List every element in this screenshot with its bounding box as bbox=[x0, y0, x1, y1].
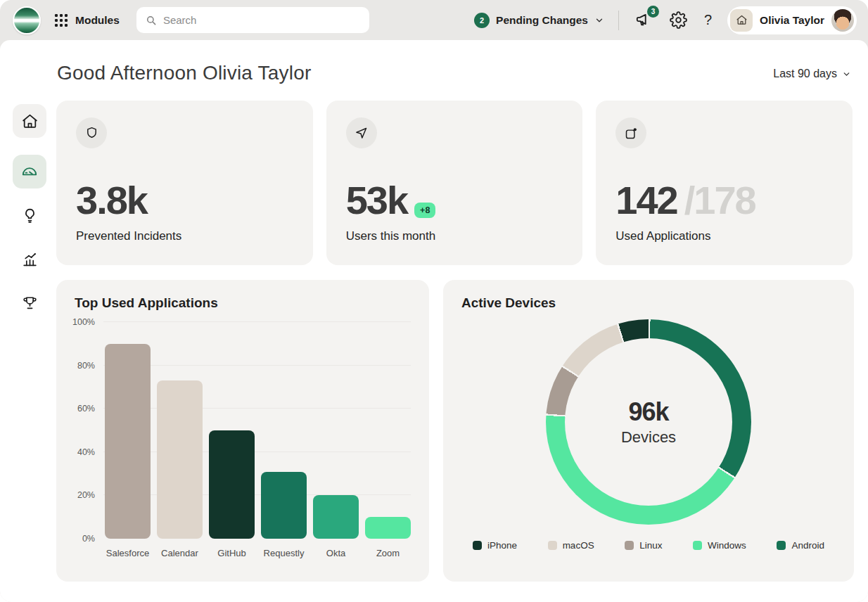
bar-okta bbox=[313, 495, 359, 539]
home-icon bbox=[21, 113, 39, 130]
grid-icon bbox=[53, 13, 69, 28]
sidebar-item-home[interactable] bbox=[13, 104, 46, 138]
bar-chart-categories: SalesforceCalendarGitHubRequestlyOktaZoo… bbox=[103, 548, 411, 558]
bar-chart-panel: Top Used Applications 100%80%60%40%20%0%… bbox=[56, 280, 429, 582]
bar-requestly bbox=[261, 472, 307, 539]
x-axis-label: Okta bbox=[313, 548, 359, 558]
x-axis-label: GitHub bbox=[209, 548, 255, 558]
gear-icon bbox=[670, 11, 687, 29]
legend-item-android: Android bbox=[777, 540, 824, 551]
bar-salesforce bbox=[105, 344, 151, 539]
main-content: Good Afternoon Olivia Taylor Last 90 day… bbox=[0, 40, 868, 602]
legend-item-linux: Linux bbox=[625, 540, 662, 551]
legend-item-macos: macOS bbox=[548, 540, 594, 551]
search-input[interactable] bbox=[163, 14, 361, 26]
y-axis-tick: 60% bbox=[77, 404, 95, 414]
pending-count-badge: 2 bbox=[474, 13, 490, 28]
chevron-down-icon bbox=[594, 15, 604, 25]
donut-chart-panel: Active Devices 96k Devices iPhonemacOSLi… bbox=[443, 280, 854, 582]
stat-value: 3.8k bbox=[76, 181, 147, 220]
sidebar-item-insights[interactable] bbox=[13, 198, 46, 232]
legend-label: iPhone bbox=[487, 540, 517, 551]
date-range-dropdown[interactable]: Last 90 days bbox=[773, 68, 851, 80]
sidebar-item-achievements[interactable] bbox=[13, 286, 46, 319]
stat-label: Prevented Incidents bbox=[76, 229, 181, 243]
donut-legend: iPhonemacOSLinuxWindowsAndroid bbox=[461, 540, 836, 551]
y-axis-tick: 40% bbox=[77, 447, 95, 457]
bar-chart-bars bbox=[103, 322, 411, 539]
y-axis-tick: 100% bbox=[72, 317, 95, 327]
legend-label: macOS bbox=[563, 540, 594, 551]
legend-label: Linux bbox=[639, 540, 662, 551]
x-axis-label: Requestly bbox=[261, 548, 307, 558]
stat-total: /178 bbox=[684, 181, 755, 220]
avatar bbox=[831, 9, 854, 32]
search-icon bbox=[145, 14, 158, 27]
stat-card-used-applications: 142/178 Used Applications bbox=[596, 101, 853, 265]
user-name: Olivia Taylor bbox=[760, 14, 824, 27]
announcements-button[interactable]: 3 bbox=[633, 10, 654, 31]
trend-chart-icon bbox=[21, 250, 39, 268]
help-button[interactable]: ? bbox=[703, 12, 713, 28]
stat-value: 53k bbox=[346, 181, 407, 220]
x-axis-label: Zoom bbox=[365, 548, 411, 558]
y-axis-tick: 0% bbox=[82, 534, 95, 544]
brand-logo[interactable] bbox=[13, 6, 41, 34]
legend-swatch bbox=[473, 541, 482, 550]
date-range-label: Last 90 days bbox=[773, 68, 837, 80]
legend-swatch bbox=[693, 541, 702, 550]
trophy-icon bbox=[21, 294, 39, 312]
donut-chart-title: Active Devices bbox=[461, 295, 836, 311]
legend-item-iphone: iPhone bbox=[473, 540, 517, 551]
bar-github bbox=[209, 430, 255, 539]
donut-chart: 96k Devices bbox=[546, 319, 751, 525]
charts-row: Top Used Applications 100%80%60%40%20%0%… bbox=[56, 280, 854, 582]
legend-label: Windows bbox=[708, 540, 746, 551]
legend-item-windows: Windows bbox=[693, 540, 746, 551]
modules-button[interactable]: Modules bbox=[53, 13, 120, 28]
user-menu[interactable]: Olivia Taylor bbox=[727, 6, 857, 34]
divider bbox=[618, 11, 619, 30]
bar-chart-title: Top Used Applications bbox=[75, 295, 411, 311]
notification-count-badge: 3 bbox=[647, 6, 659, 18]
topbar: Modules 2 Pending Changes bbox=[0, 0, 868, 40]
x-axis-label: Calendar bbox=[157, 548, 203, 558]
stat-card-users: 53k +8 Users this month bbox=[326, 101, 583, 265]
chevron-down-icon bbox=[842, 70, 851, 79]
pending-changes-label: Pending Changes bbox=[496, 14, 588, 27]
legend-swatch bbox=[625, 541, 634, 550]
pending-changes-dropdown[interactable]: 2 Pending Changes bbox=[474, 13, 604, 28]
y-axis-tick: 20% bbox=[77, 490, 95, 500]
legend-swatch bbox=[548, 541, 557, 550]
page-title: Good Afternoon Olivia Taylor bbox=[57, 62, 312, 84]
sidebar-item-dashboard[interactable] bbox=[13, 155, 46, 188]
legend-label: Android bbox=[791, 540, 824, 551]
settings-button[interactable] bbox=[668, 10, 689, 30]
donut-center-value: 96k bbox=[628, 397, 668, 427]
gauge-icon bbox=[20, 162, 39, 181]
org-home-icon bbox=[730, 9, 753, 32]
stat-value: 142 bbox=[615, 181, 677, 220]
y-axis-tick: 80% bbox=[77, 361, 95, 371]
stat-label: Used Applications bbox=[615, 229, 710, 243]
bar-chart-plot bbox=[103, 322, 411, 539]
legend-swatch bbox=[777, 541, 786, 550]
bar-zoom bbox=[365, 517, 411, 539]
stat-label: Users this month bbox=[346, 229, 436, 243]
sidebar-item-analytics[interactable] bbox=[13, 242, 46, 276]
delta-badge: +8 bbox=[414, 203, 435, 218]
send-icon bbox=[346, 117, 377, 148]
bar-calendar bbox=[157, 380, 203, 539]
app-window-icon bbox=[615, 117, 646, 148]
x-axis-label: Salesforce bbox=[105, 548, 151, 558]
modules-label: Modules bbox=[75, 14, 120, 27]
stat-card-prevented-incidents: 3.8k Prevented Incidents bbox=[56, 101, 313, 265]
sidebar bbox=[13, 104, 46, 329]
bar-chart-yaxis: 100%80%60%40%20%0% bbox=[75, 322, 96, 539]
app-window: Modules 2 Pending Changes bbox=[0, 0, 868, 602]
topbar-right: 2 Pending Changes 3 bbox=[474, 6, 857, 34]
shield-icon bbox=[76, 117, 107, 148]
donut-center-label: Devices bbox=[621, 428, 676, 447]
lightbulb-icon bbox=[21, 207, 39, 224]
search-bar bbox=[136, 7, 369, 33]
